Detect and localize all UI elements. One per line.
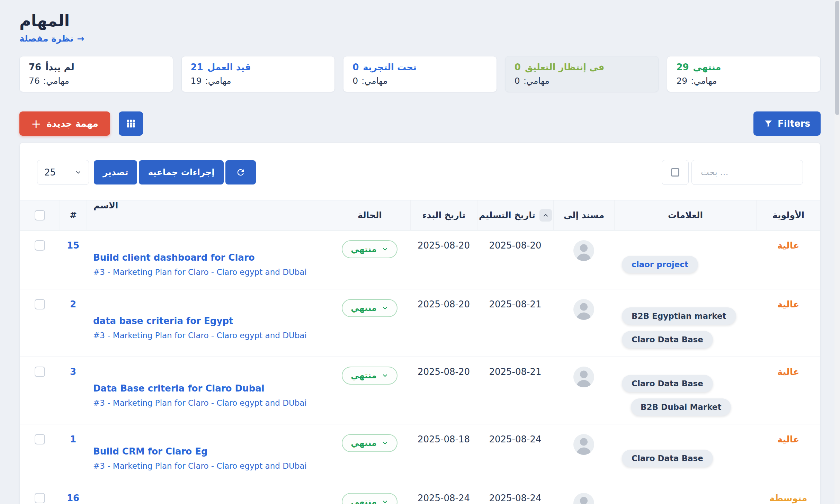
header-name[interactable]: الاسم: [87, 200, 329, 230]
status-summary-cards: 76 لم يبدأ 76 مهامي: 21 قيد العمل 19 مها…: [19, 56, 821, 92]
bulk-actions-button[interactable]: إجراءات جماعية: [139, 160, 224, 184]
chevron-down-icon: [382, 440, 388, 447]
stat-mine-label: مهامي:: [524, 75, 549, 87]
plus-icon: +: [31, 118, 41, 129]
assignee-avatar[interactable]: [573, 299, 594, 320]
stat-mine-count: 76: [29, 75, 40, 87]
assignee-avatar[interactable]: [573, 240, 594, 261]
view-toggle-icon: [671, 168, 679, 177]
chevron-down-icon: [382, 372, 388, 379]
task-id-link[interactable]: 15: [67, 240, 79, 251]
person-icon: [573, 299, 594, 320]
priority-label: عالية: [777, 299, 799, 309]
actions-row: + مهمة جديدة Filters: [19, 111, 821, 136]
task-id-link[interactable]: 2: [70, 299, 76, 309]
task-name-link[interactable]: Build client dashboard for Claro: [93, 252, 255, 263]
row-checkbox[interactable]: [35, 240, 45, 251]
tag-pill: B2B Dubai Market: [631, 398, 731, 416]
header-checkbox-cell: [20, 200, 60, 230]
chevron-down-icon: [75, 169, 82, 176]
sort-asc-icon[interactable]: [539, 209, 552, 222]
tasks-page: المهام نظرة مفصلة → 76 لم يبدأ 76 مهامي:…: [0, 0, 840, 504]
export-button[interactable]: تصدير: [94, 160, 137, 184]
assignee-avatar[interactable]: [573, 434, 594, 455]
page-title: المهام: [19, 12, 821, 30]
due-date: 2025-08-24: [489, 434, 541, 444]
task-id-link[interactable]: 3: [70, 367, 76, 377]
stat-mine-label: مهامي:: [43, 75, 69, 87]
status-dropdown[interactable]: منتهي: [342, 493, 397, 504]
search-input[interactable]: [691, 160, 803, 185]
row-checkbox[interactable]: [35, 493, 45, 503]
stat-card-awaiting-feedback[interactable]: 0 في إنتظار التعليق 0 مهامي:: [505, 56, 659, 92]
task-project-link[interactable]: #3 - Marketing Plan for Claro - Claro eg…: [93, 268, 307, 277]
select-all-checkbox[interactable]: [35, 210, 45, 220]
person-icon: [573, 434, 594, 455]
status-dropdown[interactable]: منتهي: [342, 299, 397, 317]
chevron-down-icon: [382, 305, 388, 312]
header-assigned[interactable]: مسند إلى: [553, 200, 614, 230]
tasks-table-card: 25 تصدير إجراءات جماعية: [19, 142, 821, 504]
assignee-avatar[interactable]: [573, 493, 594, 504]
status-dropdown[interactable]: منتهي: [342, 367, 397, 385]
stat-count: 21: [191, 61, 203, 73]
due-date: 2025-08-20: [489, 240, 541, 251]
stat-count: 0: [515, 61, 521, 73]
filters-button[interactable]: Filters: [753, 111, 821, 136]
header-id[interactable]: #: [60, 200, 87, 230]
start-date: 2025-08-24: [418, 493, 470, 503]
view-toggle-button[interactable]: [662, 160, 689, 185]
row-checkbox[interactable]: [35, 434, 45, 444]
stat-label: لم يبدأ: [45, 61, 74, 73]
task-name-link[interactable]: data base criteria for Egypt: [93, 316, 233, 326]
scrollbar-thumb[interactable]: [835, 1, 839, 115]
status-dropdown[interactable]: منتهي: [342, 240, 397, 258]
status-label: منتهي: [351, 303, 377, 313]
status-label: منتهي: [351, 244, 377, 254]
refresh-icon: [236, 168, 245, 177]
table-row: 3 Data Base criteria for Claro Dubai #3 …: [20, 357, 820, 424]
assignee-avatar[interactable]: [573, 367, 594, 387]
task-name-link[interactable]: Build CRM for Claro Eg: [93, 446, 208, 457]
tag-pill: Claro Data Base: [622, 450, 713, 467]
header-tags[interactable]: العلامات: [614, 200, 756, 230]
grid-view-button[interactable]: [119, 111, 143, 136]
header-start-date[interactable]: تاريخ البدء: [410, 200, 477, 230]
task-id-link[interactable]: 1: [70, 434, 76, 444]
stat-card-testing[interactable]: 0 تحت التجربة 0 مهامي:: [343, 56, 497, 92]
stat-count: 0: [352, 61, 359, 73]
table-row: 1 Build CRM for Claro Eg #3 - Marketing …: [20, 424, 820, 483]
stat-card-not-started[interactable]: 76 لم يبدأ 76 مهامي:: [19, 56, 173, 92]
refresh-button[interactable]: [225, 160, 256, 184]
header-priority[interactable]: الأولوية: [756, 200, 820, 230]
task-project-link[interactable]: #3 - Marketing Plan for Claro - Claro eg…: [93, 398, 307, 407]
person-icon: [573, 367, 594, 387]
status-label: منتهي: [351, 371, 377, 380]
due-date: 2025-08-24: [489, 493, 541, 503]
detailed-overview-label: نظرة مفصلة: [19, 34, 73, 44]
row-checkbox[interactable]: [35, 299, 45, 309]
task-name-link[interactable]: Data Base criteria for Claro Dubai: [93, 383, 265, 394]
stat-card-in-progress[interactable]: 21 قيد العمل 19 مهامي:: [181, 56, 335, 92]
status-dropdown[interactable]: منتهي: [342, 434, 397, 452]
tag-pill: Claro Data Base: [622, 331, 713, 348]
due-date: 2025-08-21: [489, 367, 541, 377]
task-project-link[interactable]: #3 - Marketing Plan for Claro - Claro eg…: [93, 331, 307, 340]
stat-card-finished[interactable]: 29 منتهي 29 مهامي:: [667, 56, 821, 92]
stat-label: قيد العمل: [207, 61, 251, 73]
start-date: 2025-08-20: [418, 367, 470, 377]
header-due-date[interactable]: تاريخ التسليم: [477, 200, 553, 230]
header-status[interactable]: الحالة: [329, 200, 410, 230]
table-row: 15 Build client dashboard for Claro #3 -…: [20, 231, 820, 289]
detailed-overview-link[interactable]: نظرة مفصلة →: [19, 34, 84, 44]
row-checkbox[interactable]: [35, 367, 45, 377]
new-task-button[interactable]: + مهمة جديدة: [19, 111, 110, 136]
stat-label: منتهي: [693, 61, 721, 73]
task-id-link[interactable]: 16: [67, 493, 79, 503]
tasks-table: # الاسم الحالة تاريخ البدء تاريخ التسليم…: [20, 200, 820, 504]
task-project-link[interactable]: #3 - Marketing Plan for Claro - Claro eg…: [93, 461, 307, 470]
page-size-select[interactable]: 25: [37, 160, 89, 185]
tag-pill: claor project: [622, 256, 698, 273]
table-header-row: # الاسم الحالة تاريخ البدء تاريخ التسليم…: [20, 200, 820, 231]
table-controls: 25 تصدير إجراءات جماعية: [20, 143, 820, 185]
